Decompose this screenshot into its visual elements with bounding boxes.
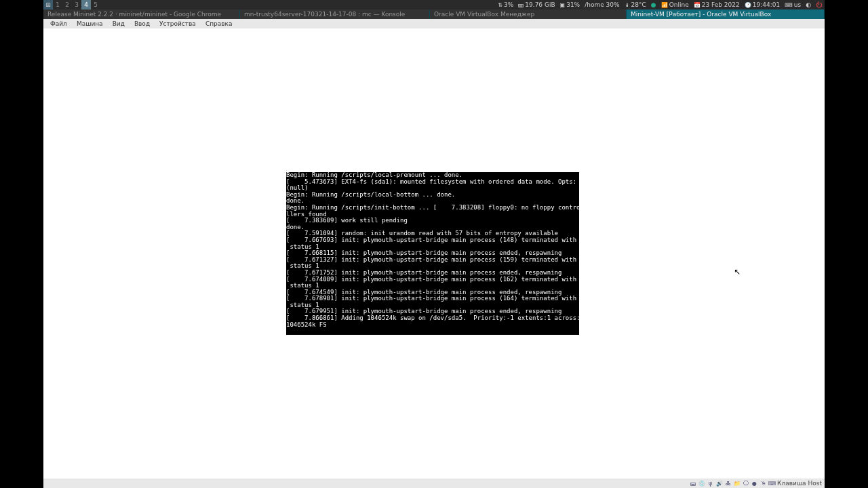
mouse-cursor: ↖ <box>734 267 741 277</box>
kb-value: us <box>794 1 801 8</box>
globe-icon[interactable]: ● <box>651 1 656 8</box>
sb-hostkey-label: Клавиша Host <box>777 480 822 487</box>
right-letterbox <box>825 0 868 488</box>
sb-mouse-icon[interactable]: 🖰 <box>760 480 767 487</box>
sb-cd-icon[interactable]: 💿 <box>698 480 705 487</box>
system-tray: ⇅3% 🖴19.76 GiB ▣31% /home 30% 🌡28°C ● 📶O… <box>498 1 825 8</box>
disk-value: 19.76 GiB <box>525 1 555 8</box>
net-value: 3% <box>504 1 513 8</box>
online-indicator[interactable]: 📶Online <box>661 1 689 8</box>
temp-value: 28°C <box>631 1 646 8</box>
menu-input[interactable]: Ввод <box>132 20 153 27</box>
workspace-4[interactable]: 4 <box>81 0 91 9</box>
cpu-value: 31% <box>566 1 580 8</box>
net-icon: ⇅ <box>498 2 502 8</box>
wifi-icon: 📶 <box>661 2 668 8</box>
titlebar-vm[interactable]: Mininet-VM [Работает] - Oracle VM Virtua… <box>627 9 825 19</box>
temp-icon: 🌡 <box>625 2 630 8</box>
home-value: /home 30% <box>585 1 619 8</box>
power-icon[interactable]: ⏻ <box>816 1 822 8</box>
date-indicator[interactable]: 📅23 Feb 2022 <box>694 1 740 8</box>
titlebar-konsole[interactable]: mn-trusty64server-170321-14-17-08 : mc —… <box>240 9 430 19</box>
cpu-indicator[interactable]: ▣31% <box>560 1 580 8</box>
cpu-icon: ▣ <box>560 2 566 8</box>
wm-topbar: ⊞ 1 2 3 4 5 ⇅3% 🖴19.76 GiB ▣31% /home 30… <box>43 0 825 9</box>
net-indicator[interactable]: ⇅3% <box>498 1 513 8</box>
date-value: 23 Feb 2022 <box>702 1 740 8</box>
temp-indicator[interactable]: 🌡28°C <box>625 1 646 8</box>
sb-usb-icon[interactable]: ψ <box>707 480 714 487</box>
sb-audio-icon[interactable]: 🔊 <box>715 480 723 487</box>
time-indicator[interactable]: 🕐19:44:01 <box>745 1 780 8</box>
vm-statusbar: 🖴 💿 ψ 🔊 🖧 📁 🖵 ● 🖰 ⌨ Клавиша Host <box>43 479 825 488</box>
calendar-icon: 📅 <box>694 2 701 8</box>
menu-file[interactable]: Файл <box>47 20 70 27</box>
menu-machine[interactable]: Машина <box>74 20 106 27</box>
apps-menu-icon[interactable]: ⊞ <box>43 0 53 9</box>
menu-help[interactable]: Справка <box>203 20 235 27</box>
left-letterbox <box>0 0 43 488</box>
disk-indicator[interactable]: 🖴19.76 GiB <box>518 1 555 8</box>
sb-net-icon[interactable]: 🖧 <box>724 480 732 487</box>
sb-rec-icon[interactable]: ● <box>751 480 758 487</box>
title-vboxmgr-text: Oracle VM VirtualBox Менеджер <box>434 11 534 18</box>
sb-display-icon[interactable]: 🖵 <box>742 480 749 487</box>
online-value: Online <box>669 1 689 8</box>
sb-hd-icon[interactable]: 🖴 <box>689 480 696 487</box>
kb-indicator[interactable]: ⌨us <box>785 1 801 8</box>
titlebar-chrome[interactable]: Release Mininet 2.2.2 · mininet/mininet … <box>43 9 240 19</box>
clock-icon: 🕐 <box>745 2 751 8</box>
home-indicator[interactable]: /home 30% <box>585 1 619 8</box>
sb-shared-icon[interactable]: 📁 <box>733 480 741 487</box>
sb-hostkey-icon[interactable]: ⌨ <box>768 480 776 487</box>
notif-icon[interactable]: ◐ <box>806 1 811 8</box>
workspace-5[interactable]: 5 <box>91 0 100 9</box>
time-value: 19:44:01 <box>753 1 780 8</box>
menu-view[interactable]: Вид <box>110 20 127 27</box>
workspace-2[interactable]: 2 <box>62 0 72 9</box>
disk-icon: 🖴 <box>518 2 524 8</box>
workspace-1[interactable]: 1 <box>53 0 62 9</box>
menu-devices[interactable]: Устройства <box>157 20 199 27</box>
title-chrome-text: Release Mininet 2.2.2 · mininet/mininet … <box>47 11 221 18</box>
title-vm-text: Mininet-VM [Работает] - Oracle VM Virtua… <box>631 11 771 18</box>
vm-menubar: Файл Машина Вид Ввод Устройства Справка <box>43 19 825 28</box>
window-titlebars: Release Mininet 2.2.2 · mininet/mininet … <box>43 9 825 19</box>
vm-console[interactable]: Begin: Running /scripts/local-premount .… <box>286 172 579 335</box>
workspace-3[interactable]: 3 <box>72 0 81 9</box>
vm-display-area[interactable]: Begin: Running /scripts/local-premount .… <box>43 28 825 488</box>
keyboard-icon: ⌨ <box>785 2 793 8</box>
title-konsole-text: mn-trusty64server-170321-14-17-08 : mc —… <box>244 11 405 18</box>
titlebar-vbox-mgr[interactable]: Oracle VM VirtualBox Менеджер <box>430 9 627 19</box>
